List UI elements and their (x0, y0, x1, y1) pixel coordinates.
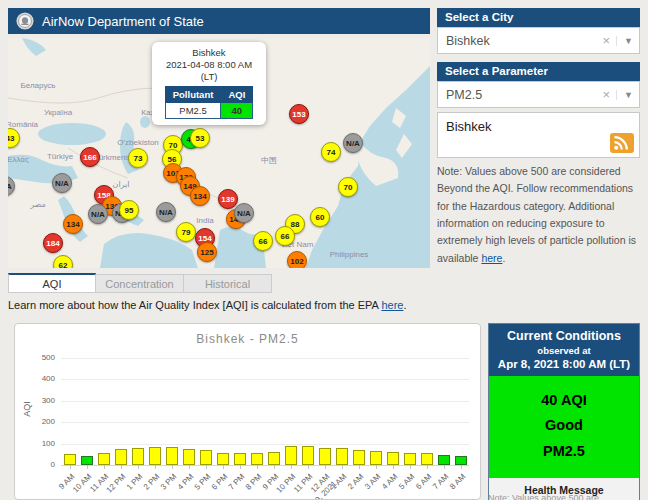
feed-box: Bishkek (437, 112, 640, 158)
city-caret-icon[interactable]: ▼ (616, 36, 633, 46)
aqi-marker-62[interactable]: 62 (53, 255, 73, 268)
cc-datetime: Apr 8, 2021 8:00 AM (LT) (491, 358, 637, 370)
chart-bar-4am[interactable] (387, 452, 399, 465)
chart-bar-4pm[interactable] (183, 449, 195, 465)
map-country-label: Ελλάς (8, 155, 29, 164)
aqi-marker-66[interactable]: 66 (253, 231, 273, 251)
ytick-0: 0 (25, 460, 55, 469)
map-country-label: Україна (44, 108, 72, 117)
ytick-300: 300 (25, 396, 55, 405)
xaxis-tick (376, 465, 377, 469)
cc-aqi-block: 40 AQI Good PM2.5 (489, 376, 639, 478)
map-country-label: Беларусь (21, 81, 56, 90)
popup-aqi-value: 40 (221, 102, 253, 118)
parameter-clear-icon[interactable]: × (596, 87, 616, 102)
xaxis-tick (444, 465, 445, 469)
aqi-marker-60[interactable]: 60 (310, 207, 330, 227)
chart-bar-11pm[interactable] (302, 446, 314, 465)
rss-feed-icon[interactable] (610, 133, 634, 153)
ytick-500: 500 (25, 353, 55, 362)
chart-bar-3am[interactable] (370, 451, 382, 465)
chart-title: Bishkek - PM2.5 (15, 332, 480, 346)
popup-col-aqi: AQI (221, 86, 253, 102)
xaxis-tick (325, 465, 326, 469)
xaxis-tick (87, 465, 88, 469)
chart-bar-6pm[interactable] (217, 453, 229, 465)
aqi-marker-74[interactable]: 74 (321, 142, 341, 162)
tab-aqi[interactable]: AQI (8, 273, 96, 293)
feed-city-label: Bishkek (446, 119, 492, 134)
popup-datetime: 2021-04-08 8:00 AM (156, 59, 262, 71)
xaxis-tick (410, 465, 411, 469)
chart-bar-1pm[interactable] (132, 448, 144, 465)
gridline-500 (61, 358, 469, 359)
sidebar-note-suffix: . (502, 252, 505, 264)
chart-bar-12am[interactable] (319, 448, 331, 465)
popup-city: Bishkek (156, 47, 262, 59)
tab-historical[interactable]: Historical (184, 274, 272, 293)
aqi-marker-53[interactable]: 53 (190, 128, 210, 148)
chart-bar-11am[interactable] (98, 453, 110, 465)
ytick-200: 200 (25, 417, 55, 426)
aqi-marker-95[interactable]: 95 (119, 200, 139, 220)
aqi-marker-66[interactable]: 66 (275, 226, 295, 246)
chart-bar-2am[interactable] (353, 450, 365, 465)
xaxis-tick (461, 465, 462, 469)
map-country-label: ایران (113, 180, 130, 189)
aqi-map[interactable]: БеларусьУкраїнаRomâniaКазахстанΕλλάςTürk… (8, 38, 430, 268)
aqi-marker-102[interactable]: 102 (287, 251, 307, 268)
aqi-marker-79[interactable]: 79 (176, 222, 196, 242)
xaxis-tick (121, 465, 122, 469)
chart-bar-10am[interactable] (81, 456, 93, 465)
parameter-caret-icon[interactable]: ▼ (616, 90, 633, 100)
aqi-marker-153[interactable]: 153 (289, 104, 309, 124)
city-select-value: Bishkek (446, 34, 596, 48)
chart-bar-1am[interactable] (336, 448, 348, 465)
chart-bar-8am[interactable] (455, 456, 467, 465)
chart-bar-8pm[interactable] (251, 453, 263, 465)
chart-bar-6am[interactable] (421, 453, 433, 465)
aqi-marker-166[interactable]: 166 (80, 147, 100, 167)
xaxis-tick (104, 465, 105, 469)
xaxis-tick (70, 465, 71, 469)
chart-bar-2pm[interactable] (149, 447, 161, 465)
xaxis-tick (257, 465, 258, 469)
xaxis-tick (393, 465, 394, 469)
xaxis-tick (359, 465, 360, 469)
chart-bar-7am[interactable] (438, 455, 450, 465)
aqi-marker-na[interactable]: N/A (343, 133, 363, 153)
aqi-marker-na[interactable]: N/A (234, 203, 254, 223)
parameter-select[interactable]: PM2.5 × ▼ (437, 81, 640, 108)
aqi-marker-73[interactable]: 73 (128, 148, 148, 168)
epa-learn-more-link[interactable]: here (381, 299, 403, 311)
aqi-marker-134[interactable]: 134 (190, 186, 210, 206)
footer-note: Note: Values above 500 are considered Be… (488, 493, 644, 500)
aqi-marker-na[interactable]: N/A (52, 173, 72, 193)
aqi-marker-na[interactable]: N/A (88, 204, 108, 224)
aqi-marker-na[interactable]: N/A (156, 202, 176, 222)
city-clear-icon[interactable]: × (596, 33, 616, 48)
select-city-header: Select a City (437, 8, 640, 27)
chart-bar-7pm[interactable] (234, 453, 246, 465)
current-conditions-panel: Current Conditions observed at Apr 8, 20… (488, 323, 640, 500)
aqi-marker-134[interactable]: 134 (63, 214, 83, 234)
gridline-100 (61, 444, 469, 445)
aqi-marker-70[interactable]: 70 (338, 177, 358, 197)
chart-bar-10pm[interactable] (285, 446, 297, 465)
chart-bar-9am[interactable] (64, 454, 76, 465)
xaxis-tick (240, 465, 241, 469)
tab-concentration[interactable]: Concentration (96, 274, 184, 293)
chart-bar-5pm[interactable] (200, 450, 212, 465)
chart-bar-9pm[interactable] (268, 452, 280, 465)
chart-bar-3pm[interactable] (166, 447, 178, 465)
sidebar-note-link[interactable]: here (481, 252, 502, 264)
parameter-select-value: PM2.5 (446, 88, 596, 102)
city-select[interactable]: Bishkek × ▼ (437, 27, 640, 54)
chart-bar-5am[interactable] (404, 453, 416, 465)
chart-bar-12pm[interactable] (115, 449, 127, 465)
aqi-marker-184[interactable]: 184 (43, 233, 63, 253)
xaxis-tick (138, 465, 139, 469)
xaxis-tick (274, 465, 275, 469)
aqi-marker-125[interactable]: 125 (197, 242, 217, 262)
state-department-seal-icon (16, 12, 34, 30)
